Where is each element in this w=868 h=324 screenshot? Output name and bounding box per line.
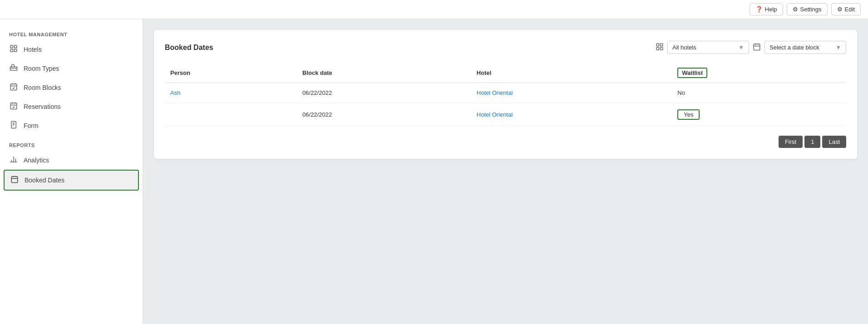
date-block-filter[interactable]: Select a date block ▼ bbox=[764, 41, 846, 54]
room-types-icon bbox=[9, 64, 18, 74]
svg-rect-3 bbox=[15, 49, 17, 52]
col-hotel: Hotel bbox=[471, 63, 672, 83]
form-label: Form bbox=[24, 122, 39, 129]
help-icon: ❓ bbox=[755, 6, 763, 13]
analytics-label: Analytics bbox=[24, 157, 49, 164]
person-cell bbox=[165, 103, 297, 127]
settings-icon: ⚙ bbox=[793, 6, 798, 13]
hotel-cell[interactable]: Hotel Oriental bbox=[471, 103, 672, 127]
edit-button[interactable]: ⚙ Edit bbox=[831, 3, 861, 15]
sidebar-section-reports: REPORTS bbox=[0, 135, 143, 151]
svg-rect-20 bbox=[11, 177, 18, 183]
pagination: First 1 Last bbox=[165, 136, 846, 148]
svg-rect-25 bbox=[661, 44, 663, 46]
help-label: Help bbox=[765, 6, 777, 13]
card-title: Booked Dates bbox=[165, 44, 213, 52]
hotels-label: Hotels bbox=[24, 46, 42, 53]
table-row: 06/22/2022 Hotel Oriental Yes bbox=[165, 103, 846, 127]
main-content: Booked Dates All hotels ▼ bbox=[143, 19, 868, 324]
hotel-filter-text: All hotels bbox=[672, 44, 696, 51]
sidebar-item-hotels[interactable]: Hotels bbox=[0, 40, 143, 59]
svg-rect-27 bbox=[661, 48, 663, 50]
last-page-button[interactable]: Last bbox=[822, 136, 846, 148]
room-blocks-label: Room Blocks bbox=[24, 84, 61, 91]
edit-icon: ⚙ bbox=[837, 6, 843, 13]
help-button[interactable]: ❓ Help bbox=[750, 3, 783, 15]
edit-label: Edit bbox=[845, 6, 855, 13]
calendar-filter-icon bbox=[753, 43, 761, 52]
booked-dates-label: Booked Dates bbox=[25, 177, 64, 184]
settings-label: Settings bbox=[800, 6, 822, 13]
booked-dates-card: Booked Dates All hotels ▼ bbox=[154, 30, 857, 159]
reservations-label: Reservations bbox=[24, 103, 61, 110]
block-date-cell: 06/22/2022 bbox=[297, 103, 471, 127]
room-types-label: Room Types bbox=[24, 65, 59, 72]
page-1-button[interactable]: 1 bbox=[804, 136, 820, 148]
sidebar-item-booked-dates[interactable]: Booked Dates bbox=[4, 170, 139, 191]
table-row: Ash 06/22/2022 Hotel Oriental No bbox=[165, 83, 846, 103]
person-cell[interactable]: Ash bbox=[165, 83, 297, 103]
date-filter-chevron: ▼ bbox=[835, 44, 841, 51]
reservations-icon bbox=[9, 102, 18, 112]
waitlist-cell: Yes bbox=[672, 103, 846, 127]
svg-rect-26 bbox=[656, 48, 659, 50]
analytics-icon bbox=[9, 155, 18, 165]
room-blocks-icon bbox=[9, 83, 18, 93]
svg-rect-1 bbox=[15, 45, 17, 48]
sidebar-section-hotel: HOTEL MANAGEMENT bbox=[0, 28, 143, 40]
svg-rect-28 bbox=[754, 44, 760, 50]
settings-button[interactable]: ⚙ Settings bbox=[787, 3, 828, 15]
topbar: ❓ Help ⚙ Settings ⚙ Edit bbox=[0, 0, 868, 19]
svg-rect-8 bbox=[10, 103, 17, 109]
layout: HOTEL MANAGEMENT Hotels Room Types bbox=[0, 0, 868, 324]
waitlist-header-badge: Waitlist bbox=[677, 68, 707, 78]
hotel-filter-icon bbox=[656, 43, 664, 52]
card-filters: All hotels ▼ Select a date block ▼ bbox=[656, 41, 846, 54]
hotels-icon bbox=[9, 44, 18, 54]
col-person: Person bbox=[165, 63, 297, 83]
form-icon bbox=[9, 121, 18, 131]
col-waitlist: Waitlist bbox=[672, 63, 846, 83]
block-date-cell: 06/22/2022 bbox=[297, 83, 471, 103]
hotel-cell[interactable]: Hotel Oriental bbox=[471, 83, 672, 103]
sidebar-item-reservations[interactable]: Reservations bbox=[0, 97, 143, 116]
booked-dates-table: Person Block date Hotel Waitlist Ash 06/… bbox=[165, 63, 846, 127]
waitlist-yes-badge: Yes bbox=[677, 109, 700, 120]
booked-dates-icon bbox=[10, 175, 19, 185]
hotel-filter-chevron: ▼ bbox=[738, 44, 744, 51]
sidebar-item-room-types[interactable]: Room Types bbox=[0, 59, 143, 78]
sidebar-item-room-blocks[interactable]: Room Blocks bbox=[0, 78, 143, 97]
sidebar: HOTEL MANAGEMENT Hotels Room Types bbox=[0, 19, 143, 324]
col-block-date: Block date bbox=[297, 63, 471, 83]
svg-rect-0 bbox=[10, 45, 13, 48]
card-header: Booked Dates All hotels ▼ bbox=[165, 41, 846, 54]
sidebar-item-analytics[interactable]: Analytics bbox=[0, 151, 143, 170]
hotel-filter[interactable]: All hotels ▼ bbox=[667, 41, 749, 54]
date-filter-text: Select a date block bbox=[769, 44, 819, 51]
waitlist-cell: No bbox=[672, 83, 846, 103]
svg-rect-2 bbox=[10, 49, 13, 52]
svg-rect-24 bbox=[656, 44, 659, 46]
sidebar-item-form[interactable]: Form bbox=[0, 116, 143, 135]
svg-rect-4 bbox=[10, 84, 17, 90]
first-page-button[interactable]: First bbox=[779, 136, 803, 148]
